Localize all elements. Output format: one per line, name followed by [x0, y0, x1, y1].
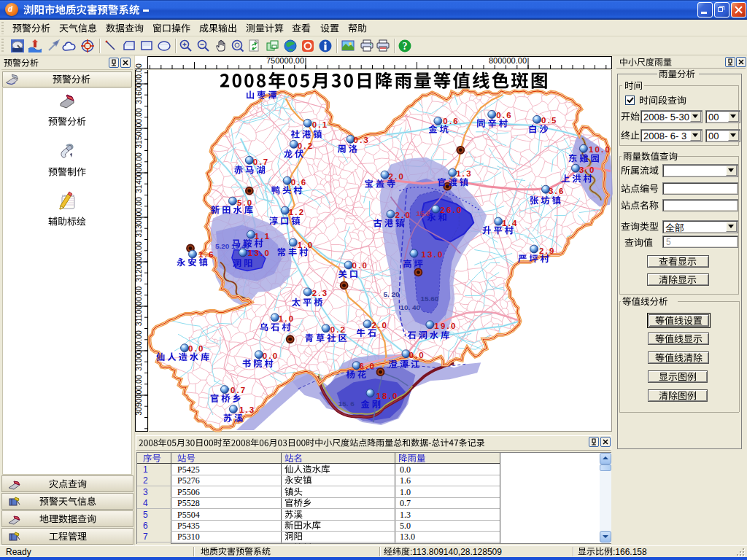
svg-text:5. 20: 5. 20 — [383, 290, 400, 298]
svg-text:2.0: 2.0 — [372, 321, 389, 330]
svg-text:18.0: 18.0 — [376, 392, 399, 400]
svg-text:6.0: 6.0 — [360, 362, 376, 370]
svg-text:0.7: 0.7 — [253, 158, 270, 166]
svg-text:?: ? — [403, 41, 408, 52]
svg-text:0.6: 0.6 — [496, 111, 513, 120]
svg-text:1.0: 1.0 — [279, 314, 295, 323]
svg-text:3110000.00: 3110000.00 — [134, 286, 143, 326]
svg-text:3140000.00: 3140000.00 — [134, 152, 143, 193]
svg-text:5.20: 5.20 — [215, 243, 230, 251]
svg-text:2.9: 2.9 — [539, 246, 556, 255]
svg-text:0.0: 0.0 — [188, 344, 205, 353]
svg-text:0.3: 0.3 — [354, 136, 371, 144]
svg-text:0.1: 0.1 — [312, 120, 329, 129]
svg-text:1.1: 1.1 — [255, 232, 271, 241]
svg-text:3150000.00: 3150000.00 — [134, 108, 143, 149]
svg-text:10.0: 10.0 — [589, 145, 611, 154]
svg-text:1.2: 1.2 — [289, 208, 306, 217]
svg-text:1.0: 1.0 — [298, 241, 314, 249]
svg-text:15.60: 15.60 — [420, 295, 438, 303]
svg-text:2.0: 2.0 — [388, 172, 405, 181]
svg-text:750000.00: 750000.00 — [266, 56, 304, 65]
svg-text:0.2: 0.2 — [298, 141, 314, 150]
svg-text:3090000.00: 3090000.00 — [134, 375, 143, 416]
svg-text:3120000.00: 3120000.00 — [134, 241, 143, 282]
svg-text:0.0: 0.0 — [263, 351, 279, 360]
svg-text:5.0: 5.0 — [237, 198, 254, 207]
svg-text:26.0: 26.0 — [440, 206, 462, 214]
svg-text:3100000.00: 3100000.00 — [134, 330, 143, 371]
svg-text:800000.00: 800000.00 — [489, 56, 527, 65]
svg-text:0.5: 0.5 — [541, 116, 558, 125]
svg-text:2.3: 2.3 — [312, 289, 329, 298]
svg-text:19.0: 19.0 — [434, 322, 457, 330]
svg-text:15. 6: 15. 6 — [338, 400, 355, 408]
svg-text:3160000.00: 3160000.00 — [134, 63, 143, 104]
svg-text:10. 40: 10. 40 — [400, 303, 420, 311]
svg-text:0.7: 0.7 — [231, 386, 247, 394]
svg-text:1.3: 1.3 — [456, 169, 473, 178]
svg-text:0.2: 0.2 — [330, 325, 347, 334]
svg-text:3130000.00: 3130000.00 — [134, 197, 143, 238]
svg-text:1.4: 1.4 — [502, 219, 519, 228]
svg-text:13.0: 13.0 — [421, 250, 444, 259]
svg-text:3.6: 3.6 — [549, 187, 565, 195]
svg-text:0.6: 0.6 — [291, 178, 308, 187]
svg-text:0.6: 0.6 — [443, 117, 460, 125]
svg-text:13.0: 13.0 — [248, 249, 271, 257]
svg-text:3.0: 3.0 — [579, 166, 596, 174]
svg-text:1.3: 1.3 — [239, 405, 256, 414]
svg-text:0.0: 0.0 — [409, 351, 425, 359]
svg-text:15.8: 15.8 — [416, 209, 430, 217]
svg-text:1.6: 1.6 — [198, 250, 215, 259]
svg-text:0.0: 0.0 — [352, 261, 369, 270]
svg-text:2.0: 2.0 — [395, 211, 411, 219]
